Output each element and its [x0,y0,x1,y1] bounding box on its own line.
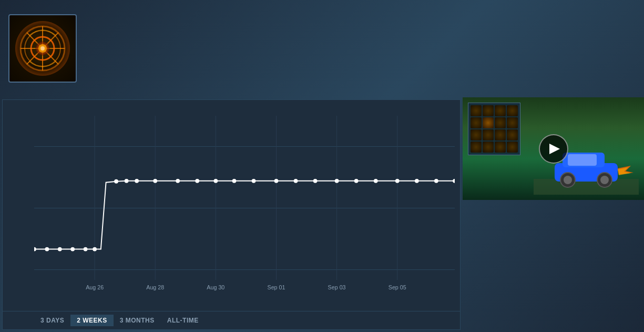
svg-point-35 [114,179,118,184]
main-container: Item Report | Monday, September 7, 2020,… [0,0,644,332]
svg-point-32 [70,247,75,251]
svg-point-31 [58,247,62,251]
time-btn-3days[interactable]: 3 DAYS [34,315,70,326]
svg-point-53 [453,179,455,183]
svg-point-61 [600,176,609,184]
svg-text:Aug 26: Aug 26 [86,284,104,290]
grid-item [507,117,518,128]
svg-point-49 [374,179,378,183]
time-btn-alltime[interactable]: ALL-TIME [161,315,205,326]
play-triangle-icon [549,144,560,154]
svg-point-34 [93,247,97,251]
svg-point-36 [125,179,129,183]
grid-item [483,142,494,153]
price-chart: 24 k 21 k 18 k Aug 26 Aug 28 Aug 30 Sep … [34,105,455,311]
svg-rect-57 [568,154,597,166]
svg-text:Sep 03: Sep 03 [328,284,346,290]
grid-item [495,129,506,140]
svg-point-38 [153,179,157,183]
chart-footer: 3 DAYS 2 WEEKS 3 MONTHS ALL-TIME [3,311,460,329]
grid-item [471,117,482,128]
svg-point-30 [45,247,49,251]
svg-point-43 [252,179,256,183]
video-thumbnail: ⏮ ⏭ ⋯ [463,97,644,200]
svg-point-29 [34,247,36,251]
svg-text:Sep 05: Sep 05 [389,284,406,290]
grid-item [507,129,518,140]
grid-item [471,105,482,116]
svg-point-10 [40,46,45,51]
svg-point-42 [232,179,237,183]
svg-point-50 [395,179,400,183]
grid-item [495,142,506,153]
video-play-button[interactable] [539,134,568,164]
grid-item [483,117,494,128]
grid-item [495,117,506,128]
svg-point-41 [213,179,218,183]
svg-point-44 [274,179,279,183]
grid-item [507,142,518,153]
helios-icon [14,19,71,77]
svg-point-39 [176,179,180,183]
grid-item [471,142,482,153]
item-grid-overlay [468,103,520,155]
grid-item [471,129,482,140]
time-btn-3months[interactable]: 3 MONTHS [114,315,161,326]
svg-text:Aug 28: Aug 28 [146,284,164,290]
svg-point-46 [313,179,318,183]
svg-point-37 [135,179,139,183]
video-background [463,97,644,200]
svg-point-40 [195,179,199,183]
svg-point-33 [84,247,88,251]
chart-container: 24 k 21 k 18 k Aug 26 Aug 28 Aug 30 Sep … [3,100,460,311]
svg-text:Sep 01: Sep 01 [267,284,285,290]
chart-section: 24 k 21 k 18 k Aug 26 Aug 28 Aug 30 Sep … [2,99,461,330]
svg-point-45 [294,179,298,183]
svg-point-59 [564,176,572,184]
svg-point-48 [354,179,359,183]
svg-text:Aug 30: Aug 30 [207,284,224,290]
grid-item [483,105,494,116]
grid-item [483,129,494,140]
item-thumbnail [8,14,77,83]
grid-item [507,105,518,116]
svg-point-52 [434,179,438,183]
svg-point-51 [415,179,419,183]
time-btn-2weeks[interactable]: 2 WEEKS [70,315,114,326]
grid-item [495,105,506,116]
svg-point-47 [335,179,339,183]
